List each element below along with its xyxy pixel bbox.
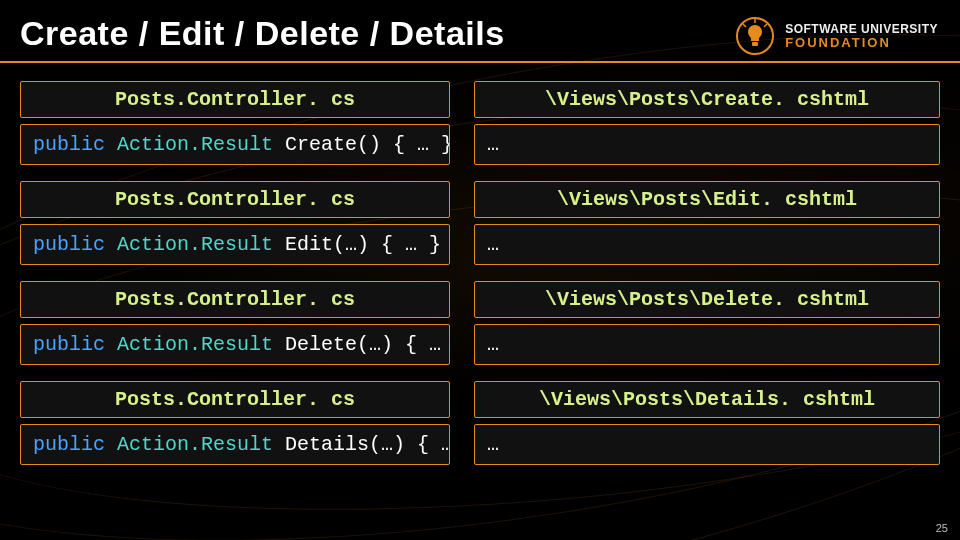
svg-rect-1 bbox=[752, 42, 758, 46]
code-snippet: public Action.Result Edit(…) { … } bbox=[20, 224, 450, 265]
lightbulb-gear-icon bbox=[735, 16, 775, 56]
logo-text: SOFTWARE UNIVERSITY FOUNDATION bbox=[785, 23, 938, 49]
svg-line-4 bbox=[764, 24, 767, 27]
view-file-label: \Views\Posts\Edit. cshtml bbox=[474, 181, 940, 218]
controller-file-label: Posts.Controller. cs bbox=[20, 281, 450, 318]
table-row: Posts.Controller. cs public Action.Resul… bbox=[20, 181, 940, 265]
logo-line2: FOUNDATION bbox=[785, 35, 938, 49]
svg-line-3 bbox=[743, 24, 746, 27]
controller-file-label: Posts.Controller. cs bbox=[20, 381, 450, 418]
table-row: Posts.Controller. cs public Action.Resul… bbox=[20, 81, 940, 165]
code-snippet: public Action.Result Delete(…) { … } bbox=[20, 324, 450, 365]
page-number: 25 bbox=[936, 522, 948, 534]
view-body: … bbox=[474, 324, 940, 365]
content: Posts.Controller. cs public Action.Resul… bbox=[0, 63, 960, 465]
view-body: … bbox=[474, 424, 940, 465]
logo: SOFTWARE UNIVERSITY FOUNDATION bbox=[735, 16, 938, 56]
code-snippet: public Action.Result Details(…) { … } bbox=[20, 424, 450, 465]
view-file-label: \Views\Posts\Details. cshtml bbox=[474, 381, 940, 418]
logo-line1: SOFTWARE UNIVERSITY bbox=[785, 23, 938, 35]
view-body: … bbox=[474, 124, 940, 165]
table-row: Posts.Controller. cs public Action.Resul… bbox=[20, 381, 940, 465]
view-body: … bbox=[474, 224, 940, 265]
view-file-label: \Views\Posts\Delete. cshtml bbox=[474, 281, 940, 318]
controller-file-label: Posts.Controller. cs bbox=[20, 181, 450, 218]
controller-file-label: Posts.Controller. cs bbox=[20, 81, 450, 118]
code-snippet: public Action.Result Create() { … } bbox=[20, 124, 450, 165]
view-file-label: \Views\Posts\Create. cshtml bbox=[474, 81, 940, 118]
header: Create / Edit / Delete / Details SOFTWAR… bbox=[0, 0, 960, 63]
table-row: Posts.Controller. cs public Action.Resul… bbox=[20, 281, 940, 365]
